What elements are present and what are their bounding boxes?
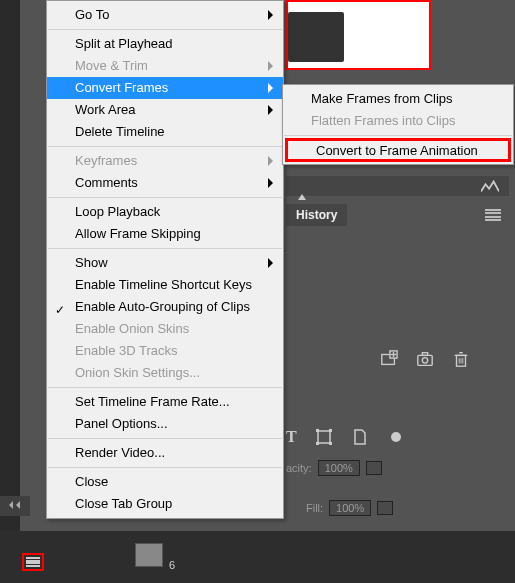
convert-frames-submenu: Make Frames from Clips Flatten Frames in… — [282, 84, 514, 165]
menu-goto[interactable]: Go To — [47, 4, 283, 26]
opacity-value[interactable]: 100% — [318, 460, 360, 476]
type-tool-row: T — [286, 428, 405, 446]
menu-onion-settings: Onion Skin Settings... — [47, 362, 283, 384]
blend-dot-icon[interactable] — [387, 428, 405, 446]
menu-separator — [48, 467, 282, 468]
fill-label: Fill: — [306, 502, 323, 514]
menu-separator — [284, 135, 512, 136]
timeline-footer: 6 — [0, 531, 515, 583]
menu-work-area[interactable]: Work Area — [47, 99, 283, 121]
menu-separator — [48, 29, 282, 30]
menu-render-video[interactable]: Render Video... — [47, 442, 283, 464]
submenu-arrow-icon — [268, 105, 273, 115]
svg-point-6 — [422, 358, 427, 363]
svg-rect-4 — [418, 355, 432, 365]
svg-rect-13 — [318, 431, 330, 443]
menu-separator — [48, 248, 282, 249]
collapse-chevrons[interactable] — [0, 496, 30, 516]
canvas-thumb — [288, 12, 344, 62]
submenu-flatten-frames: Flatten Frames into Clips — [283, 110, 513, 132]
svg-rect-15 — [329, 429, 332, 432]
mountains-icon — [481, 177, 499, 195]
submenu-arrow-icon — [268, 156, 273, 166]
adjustment-strip — [286, 176, 509, 196]
submenu-arrow-icon — [268, 83, 273, 93]
menu-delete-timeline[interactable]: Delete Timeline — [47, 121, 283, 143]
opacity-row: acity: 100% — [286, 460, 382, 476]
history-panel-header: History — [286, 200, 509, 230]
submenu-arrow-icon — [268, 61, 273, 71]
menu-set-framerate[interactable]: Set Timeline Frame Rate... — [47, 391, 283, 413]
svg-rect-17 — [329, 442, 332, 445]
menu-close-tab-group[interactable]: Close Tab Group — [47, 493, 283, 515]
submenu-arrow-icon — [268, 258, 273, 268]
menu-loop-playback[interactable]: Loop Playback — [47, 201, 283, 223]
svg-rect-5 — [422, 353, 427, 356]
menu-enable-autogroup[interactable]: ✓Enable Auto-Grouping of Clips — [47, 296, 283, 318]
svg-point-18 — [391, 432, 401, 442]
menu-close[interactable]: Close — [47, 471, 283, 493]
menu-panel-options[interactable]: Panel Options... — [47, 413, 283, 435]
opacity-label: acity: — [286, 462, 312, 474]
new-snapshot-icon[interactable] — [380, 350, 398, 368]
submenu-make-frames[interactable]: Make Frames from Clips — [283, 88, 513, 110]
trash-icon[interactable] — [452, 350, 470, 368]
svg-rect-16 — [316, 442, 319, 445]
history-tab[interactable]: History — [286, 204, 347, 226]
opacity-flyout-icon[interactable] — [366, 461, 382, 475]
menu-separator — [48, 197, 282, 198]
frame-count: 6 — [169, 559, 175, 571]
menu-enable-shortcut[interactable]: Enable Timeline Shortcut Keys — [47, 274, 283, 296]
timeline-menu-icon[interactable] — [22, 553, 44, 571]
page-icon[interactable] — [351, 428, 369, 446]
history-actions — [380, 350, 470, 368]
menu-separator — [48, 438, 282, 439]
panel-menu-icon[interactable] — [485, 209, 501, 221]
fill-flyout-icon[interactable] — [377, 501, 393, 515]
type-tool-icon[interactable]: T — [286, 428, 297, 446]
triangle-up-icon — [296, 177, 308, 195]
menu-split[interactable]: Split at Playhead — [47, 33, 283, 55]
menu-keyframes: Keyframes — [47, 150, 283, 172]
menu-comments[interactable]: Comments — [47, 172, 283, 194]
submenu-arrow-icon — [268, 178, 273, 188]
transform-icon[interactable] — [315, 428, 333, 446]
menu-allow-frame-skip[interactable]: Allow Frame Skipping — [47, 223, 283, 245]
menu-enable-3d: Enable 3D Tracks — [47, 340, 283, 362]
menu-separator — [48, 146, 282, 147]
canvas-preview — [286, 0, 431, 70]
menu-enable-onion: Enable Onion Skins — [47, 318, 283, 340]
timeline-context-menu: Go To Split at Playhead Move & Trim Conv… — [46, 0, 284, 519]
svg-rect-14 — [316, 429, 319, 432]
fill-row: Fill: 100% — [306, 500, 393, 516]
menu-move-trim: Move & Trim — [47, 55, 283, 77]
menu-separator — [48, 387, 282, 388]
fill-value[interactable]: 100% — [329, 500, 371, 516]
submenu-convert-anim[interactable]: Convert to Frame Animation — [285, 138, 511, 162]
menu-show[interactable]: Show — [47, 252, 283, 274]
submenu-arrow-icon — [268, 10, 273, 20]
camera-icon[interactable] — [416, 350, 434, 368]
menu-convert-frames[interactable]: Convert Frames — [47, 77, 283, 99]
frame-thumb[interactable] — [135, 543, 163, 567]
